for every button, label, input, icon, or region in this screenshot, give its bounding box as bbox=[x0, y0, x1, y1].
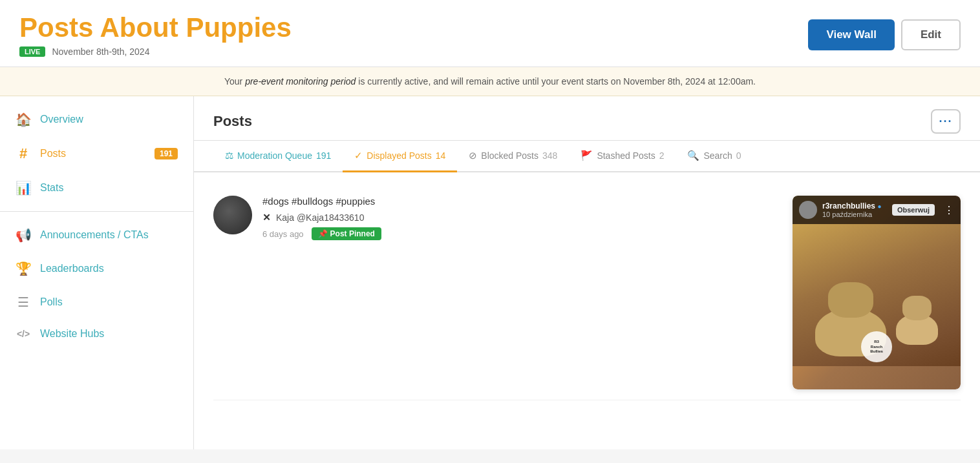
pin-badge: 📌 Post Pinned bbox=[312, 227, 381, 240]
blocked-icon: ⊘ bbox=[469, 150, 477, 161]
post-avatar bbox=[213, 196, 252, 234]
website-hubs-icon: </> bbox=[16, 329, 31, 339]
tab-stashed-count: 2 bbox=[659, 150, 665, 161]
page-header: Posts About Puppies LIVE November 8th-9t… bbox=[0, 0, 980, 67]
post-image-header: r3ranchbullies ● 10 października Obserwu… bbox=[793, 196, 961, 224]
pre-event-banner: Your pre-event monitoring period is curr… bbox=[0, 67, 980, 96]
tab-search-label: Search bbox=[703, 150, 732, 161]
main-layout: 🏠 Overview # Posts 191 📊 Stats 📢 Announc… bbox=[0, 96, 980, 449]
leaderboards-icon: 🏆 bbox=[16, 261, 31, 276]
live-badge: LIVE bbox=[19, 46, 45, 57]
sidebar-label-leaderboards: Leaderboards bbox=[40, 263, 178, 274]
post-username: Kaja @Kaja18433610 bbox=[276, 212, 364, 223]
post-image: r3ranchbullies ● 10 października Obserwu… bbox=[793, 196, 961, 389]
post-card: #dogs #bulldogs #puppies ✕ Kaja @Kaja184… bbox=[213, 185, 961, 400]
tab-blocked-posts[interactable]: ⊘ Blocked Posts 348 bbox=[457, 141, 569, 172]
modqueue-icon: ⚖ bbox=[225, 150, 233, 161]
post-text: #dogs #bulldogs #puppies bbox=[262, 196, 782, 207]
bulldog-large-head bbox=[828, 282, 873, 318]
watermark: R3RanchBullies bbox=[861, 331, 892, 362]
search-icon: 🔍 bbox=[687, 150, 699, 161]
page-title: Posts About Puppies bbox=[19, 13, 292, 43]
tab-stashed-posts[interactable]: 🚩 Stashed Posts 2 bbox=[569, 141, 676, 172]
tab-blocked-label: Blocked Posts bbox=[481, 150, 538, 161]
post-image-mock: r3ranchbullies ● 10 października Obserwu… bbox=[793, 196, 961, 389]
hash-icon: # bbox=[16, 145, 31, 162]
banner-text-italic: pre-event monitoring period bbox=[245, 76, 356, 87]
sidebar: 🏠 Overview # Posts 191 📊 Stats 📢 Announc… bbox=[0, 96, 194, 449]
post-image-username: r3ranchbullies ● bbox=[822, 201, 881, 211]
header-left: Posts About Puppies LIVE November 8th-9t… bbox=[19, 13, 292, 57]
tab-blocked-count: 348 bbox=[542, 150, 557, 161]
check-icon: ✓ bbox=[354, 150, 363, 161]
sidebar-label-announcements: Announcements / CTAs bbox=[40, 229, 178, 241]
tab-displayed-label: Displayed Posts bbox=[367, 150, 431, 161]
tab-stashed-label: Stashed Posts bbox=[597, 150, 655, 161]
sidebar-item-website-hubs[interactable]: </> Website Hubs bbox=[0, 319, 193, 349]
tab-displayed-count: 14 bbox=[436, 150, 446, 161]
x-icon: ✕ bbox=[262, 212, 271, 223]
post-body: #dogs #bulldogs #puppies ✕ Kaja @Kaja184… bbox=[262, 196, 782, 240]
polls-icon: ☰ bbox=[16, 294, 31, 310]
bulldog-small bbox=[896, 314, 938, 345]
more-dots-icon: ··· bbox=[939, 115, 952, 129]
tab-modqueue-label: Moderation Queue bbox=[237, 150, 312, 161]
stats-icon: 📊 bbox=[16, 180, 31, 196]
pin-label: Post Pinned bbox=[330, 229, 375, 238]
content-title: Posts bbox=[213, 113, 252, 130]
home-icon: 🏠 bbox=[16, 112, 31, 127]
sidebar-item-leaderboards[interactable]: 🏆 Leaderboards bbox=[0, 252, 193, 285]
tab-moderation-queue[interactable]: ⚖ Moderation Queue 191 bbox=[213, 141, 343, 172]
sidebar-label-overview: Overview bbox=[40, 114, 178, 125]
sidebar-item-polls[interactable]: ☰ Polls bbox=[0, 285, 193, 319]
sidebar-item-stats[interactable]: 📊 Stats bbox=[0, 171, 193, 205]
sidebar-item-posts[interactable]: # Posts 191 bbox=[0, 136, 193, 171]
sidebar-item-overview[interactable]: 🏠 Overview bbox=[0, 103, 193, 136]
post-list: #dogs #bulldogs #puppies ✕ Kaja @Kaja184… bbox=[194, 172, 980, 413]
sidebar-label-posts: Posts bbox=[40, 148, 145, 159]
post-image-date: 10 października bbox=[822, 211, 881, 218]
banner-text-after: is currently active, and will remain act… bbox=[356, 76, 756, 87]
tab-modqueue-count: 191 bbox=[316, 150, 331, 161]
edit-button[interactable]: Edit bbox=[901, 19, 961, 50]
content-area: Posts ··· ⚖ Moderation Queue 191 ✓ Displ… bbox=[194, 96, 980, 449]
more-options-button[interactable]: ··· bbox=[931, 109, 961, 134]
banner-text-before: Your bbox=[224, 76, 245, 87]
bulldog-scene: R3RanchBullies bbox=[793, 224, 961, 366]
posts-tabs: ⚖ Moderation Queue 191 ✓ Displayed Posts… bbox=[194, 141, 980, 172]
avatar-image bbox=[213, 196, 252, 234]
post-source: ✕ Kaja @Kaja18433610 bbox=[262, 212, 782, 223]
header-meta: LIVE November 8th-9th, 2024 bbox=[19, 46, 292, 57]
watermark-text: R3RanchBullies bbox=[870, 340, 883, 354]
announcements-icon: 📢 bbox=[16, 227, 31, 243]
tab-search[interactable]: 🔍 Search 0 bbox=[676, 141, 752, 172]
posts-badge: 191 bbox=[154, 148, 178, 159]
sidebar-label-polls: Polls bbox=[40, 296, 178, 308]
header-buttons: View Wall Edit bbox=[808, 19, 961, 50]
view-wall-button[interactable]: View Wall bbox=[808, 19, 894, 50]
post-image-more-icon[interactable]: ⋮ bbox=[944, 204, 954, 216]
bulldog-small-head bbox=[902, 296, 932, 320]
sidebar-label-stats: Stats bbox=[40, 182, 178, 194]
sidebar-divider bbox=[0, 211, 193, 212]
sidebar-item-announcements[interactable]: 📢 Announcements / CTAs bbox=[0, 218, 193, 252]
sidebar-label-website-hubs: Website Hubs bbox=[40, 328, 178, 340]
stash-icon: 🚩 bbox=[581, 150, 593, 161]
tab-displayed-posts[interactable]: ✓ Displayed Posts 14 bbox=[343, 141, 457, 172]
event-date: November 8th-9th, 2024 bbox=[52, 46, 149, 57]
content-header: Posts ··· bbox=[194, 96, 980, 141]
pin-icon: 📌 bbox=[318, 229, 328, 238]
post-time: 6 days ago bbox=[262, 229, 304, 239]
tab-search-count: 0 bbox=[736, 150, 741, 161]
post-image-avatar bbox=[799, 201, 817, 219]
post-meta: 6 days ago 📌 Post Pinned bbox=[262, 227, 782, 240]
post-image-follow-btn[interactable]: Obserwuj bbox=[892, 204, 935, 216]
post-image-meta: r3ranchbullies ● 10 października bbox=[822, 201, 881, 218]
